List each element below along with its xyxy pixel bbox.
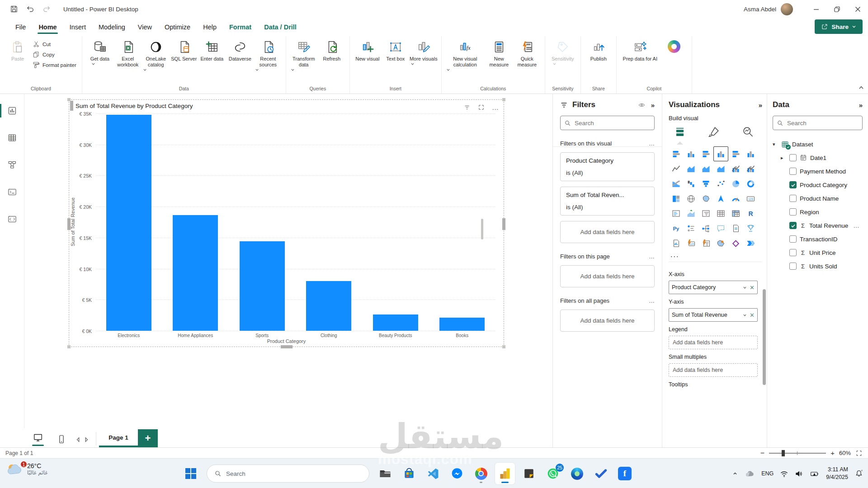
fit-to-page-icon[interactable] bbox=[855, 450, 863, 457]
share-button[interactable]: Share bbox=[815, 19, 863, 34]
sidebar-item-report-view[interactable] bbox=[0, 100, 24, 121]
tab-help[interactable]: Help bbox=[197, 20, 223, 34]
visual-type-waterfall-chart[interactable] bbox=[684, 176, 698, 191]
bar-beauty-products[interactable] bbox=[373, 314, 418, 331]
add-data-fields-drop-zone[interactable]: Add data fields here bbox=[669, 363, 758, 377]
taskbar-app-file-explorer[interactable] bbox=[375, 463, 395, 484]
collapse-pane-icon[interactable]: » bbox=[859, 101, 863, 109]
ribbon-get-data[interactable]: Get data bbox=[86, 39, 114, 66]
add-page-button[interactable]: + bbox=[138, 429, 158, 447]
ribbon-prep-data-for-ai[interactable]: Prep data for AI bbox=[620, 39, 660, 62]
data-search[interactable] bbox=[773, 116, 863, 130]
zoom-out-button[interactable]: − bbox=[760, 449, 764, 457]
close-button[interactable] bbox=[847, 0, 868, 18]
bar-chart-visual[interactable]: Sum of Total Revenue by Product Category… bbox=[69, 99, 504, 347]
filters-search[interactable] bbox=[560, 116, 655, 130]
more-options-icon[interactable]: … bbox=[649, 297, 655, 304]
wifi-icon[interactable] bbox=[780, 469, 788, 478]
visual-type-100-stacked-area-chart[interactable] bbox=[713, 161, 728, 176]
visual-type-stacked-column-chart[interactable] bbox=[684, 146, 698, 161]
sidebar-item-table-view[interactable] bbox=[0, 127, 24, 148]
ribbon-quick-measure[interactable]: Quick measure bbox=[513, 39, 541, 68]
tray-clock[interactable]: 3:11 AM 9/4/2025 bbox=[826, 466, 848, 481]
visual-type-treemap[interactable] bbox=[669, 191, 684, 206]
chevron-down-icon[interactable] bbox=[742, 313, 747, 317]
tab-format-visual[interactable] bbox=[708, 126, 720, 138]
visual-type-azure-map[interactable] bbox=[713, 191, 728, 206]
collapse-pane-icon[interactable]: » bbox=[651, 101, 655, 109]
notification-bell-icon[interactable]: z bbox=[854, 469, 863, 478]
visual-type-pie-chart[interactable] bbox=[728, 176, 743, 191]
visual-type-line-chart[interactable] bbox=[669, 161, 684, 176]
field-checkbox[interactable] bbox=[789, 195, 797, 202]
visual-type-donut-chart[interactable] bbox=[743, 176, 758, 191]
weather-widget[interactable]: 1 26°C غائم غالبًا bbox=[6, 462, 47, 476]
field-row-product-category[interactable]: Product Category bbox=[773, 178, 863, 192]
viz-pane-scrollbar[interactable] bbox=[763, 289, 766, 385]
visual-type-metrics[interactable] bbox=[743, 221, 758, 236]
more-options-icon[interactable]: … bbox=[492, 103, 499, 111]
tab-build-visual[interactable] bbox=[674, 126, 686, 145]
visual-type-card[interactable]: 123 bbox=[743, 191, 758, 206]
add-data-fields-drop-zone[interactable]: Add data fields here bbox=[560, 310, 655, 332]
visual-type-100-stacked-column-chart[interactable] bbox=[743, 146, 758, 161]
more-options-icon[interactable]: … bbox=[853, 222, 859, 229]
tab-optimize[interactable]: Optimize bbox=[158, 20, 197, 34]
ribbon-format-painter[interactable]: Format painter bbox=[33, 61, 76, 69]
visual-type-paginated-report[interactable] bbox=[669, 236, 684, 251]
sidebar-item-model-view[interactable] bbox=[0, 155, 24, 175]
sidebar-item-dax-query-view[interactable] bbox=[0, 182, 24, 202]
ribbon-onelake-catalog[interactable]: OneLake catalog bbox=[142, 39, 170, 72]
taskbar-search[interactable]: Search bbox=[207, 465, 369, 483]
visual-type-multi-row-card[interactable] bbox=[669, 206, 684, 221]
field-row-total-revenue[interactable]: Σ Total Revenue … bbox=[773, 219, 863, 232]
ribbon-new-measure[interactable]: New measure bbox=[485, 39, 513, 68]
field-pill-x-axis[interactable]: Product Category ✕ bbox=[669, 281, 758, 294]
visual-type-area-chart[interactable] bbox=[684, 161, 698, 176]
filter-card[interactable]: Sum of Total Reven... is (All) bbox=[560, 187, 655, 216]
field-row-units-sold[interactable]: Σ Units Sold bbox=[773, 259, 863, 273]
undo-icon[interactable] bbox=[26, 5, 34, 13]
tab-view[interactable]: View bbox=[132, 20, 158, 34]
visual-type-kpi[interactable] bbox=[684, 206, 698, 221]
remove-field-icon[interactable]: ✕ bbox=[750, 312, 755, 319]
field-checkbox[interactable] bbox=[789, 154, 797, 161]
zoom-in-button[interactable]: + bbox=[830, 449, 835, 457]
visual-type-stacked-area-chart[interactable] bbox=[698, 161, 713, 176]
ribbon-cut[interactable]: Cut bbox=[33, 41, 76, 48]
remove-field-icon[interactable]: ✕ bbox=[750, 284, 755, 291]
taskbar-app-power-bi[interactable] bbox=[495, 463, 515, 484]
taskbar-app-sticky-notes[interactable] bbox=[519, 463, 539, 484]
visual-drag-grip[interactable] bbox=[70, 101, 73, 111]
visual-type-r-script-visual[interactable]: R bbox=[743, 206, 758, 221]
resize-grip-right[interactable] bbox=[502, 218, 505, 230]
field-checkbox[interactable] bbox=[789, 222, 797, 229]
ribbon-sensitivity[interactable]: Sensitivity bbox=[549, 39, 577, 66]
visual-type-scatter-chart[interactable] bbox=[713, 176, 728, 191]
collapse-ribbon-icon[interactable] bbox=[858, 84, 864, 91]
canvas-scrollbar[interactable] bbox=[481, 219, 483, 239]
taskbar-app-whatsapp[interactable]: 25 bbox=[543, 463, 563, 484]
bar-clothing[interactable] bbox=[306, 281, 351, 331]
taskbar-app-vscode[interactable] bbox=[423, 463, 443, 484]
battery-icon[interactable] bbox=[810, 469, 820, 478]
field-row-date1[interactable]: ▸ Date1 bbox=[773, 151, 863, 164]
mobile-layout-button[interactable] bbox=[52, 431, 71, 447]
restore-button[interactable] bbox=[826, 0, 847, 18]
tab-analytics[interactable] bbox=[742, 126, 754, 138]
visual-type-stacked-bar-chart[interactable] bbox=[669, 146, 684, 161]
data-search-input[interactable] bbox=[787, 120, 850, 127]
filters-search-input[interactable] bbox=[575, 120, 638, 127]
field-checkbox[interactable] bbox=[789, 235, 797, 243]
ribbon-copy[interactable]: Copy bbox=[33, 51, 76, 58]
tab-modeling[interactable]: Modeling bbox=[92, 20, 132, 34]
taskbar-app-messenger[interactable] bbox=[447, 463, 467, 484]
ribbon-enter-data[interactable]: Enter data bbox=[198, 39, 226, 62]
avatar[interactable] bbox=[781, 3, 793, 15]
report-canvas[interactable]: Sum of Total Revenue by Product Category… bbox=[24, 94, 552, 428]
minimize-button[interactable] bbox=[806, 0, 826, 18]
visual-type-100-stacked-bar-chart[interactable] bbox=[728, 146, 743, 161]
visual-type-slicer[interactable] bbox=[698, 206, 713, 221]
page-tab[interactable]: Page 1 bbox=[99, 429, 138, 447]
field-row-product-name[interactable]: Product Name bbox=[773, 192, 863, 205]
